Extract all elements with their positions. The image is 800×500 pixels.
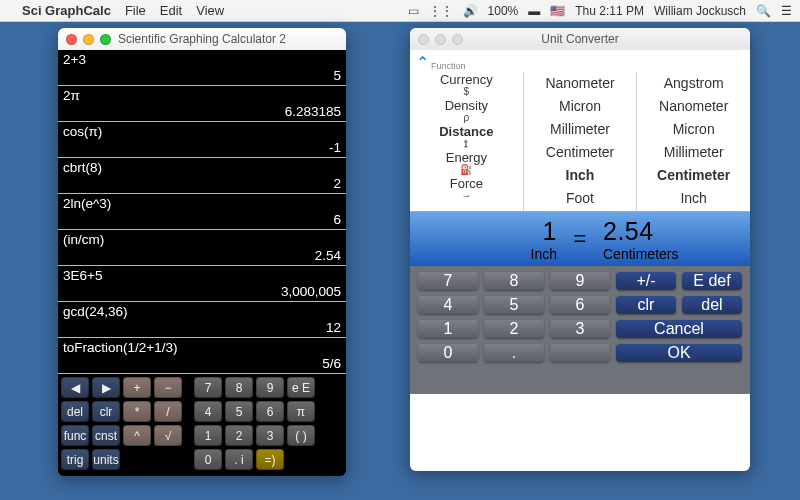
conv-key-7[interactable]: 7 (418, 272, 478, 290)
user-name[interactable]: William Jockusch (654, 4, 746, 18)
conv-key-[interactable]: . (484, 344, 544, 362)
calc-input: 2ln(e^3) (63, 196, 341, 211)
conv-key-3[interactable]: 3 (550, 320, 610, 338)
conv-key-clr[interactable]: clr (616, 296, 676, 314)
conv-key-1[interactable]: 1 (418, 320, 478, 338)
calc-key-i[interactable]: . i (225, 449, 253, 470)
conv-key-edef[interactable]: E def (682, 272, 742, 290)
calc-history-row[interactable]: toFraction(1/2+1/3)5/6 (58, 338, 346, 374)
speaker-icon: 🔊 (463, 4, 478, 18)
conv-key-5[interactable]: 5 (484, 296, 544, 314)
unit-item[interactable]: Foot (524, 187, 637, 210)
conv-key-9[interactable]: 9 (550, 272, 610, 290)
calc-key-[interactable]: ^ (123, 425, 151, 446)
calc-key-[interactable]: π (287, 401, 315, 422)
category-item[interactable]: Energy⛽ (410, 150, 523, 176)
calc-key-func[interactable]: func (61, 425, 89, 446)
calc-key-[interactable]: − (154, 377, 182, 398)
calc-key-0[interactable]: 0 (194, 449, 222, 470)
unit-item[interactable]: Yard (524, 210, 637, 211)
calc-key-ee[interactable]: e E (287, 377, 315, 398)
calc-history-row[interactable]: gcd(24,36)12 (58, 302, 346, 338)
calc-key-[interactable]: ( ) (287, 425, 315, 446)
calc-key-3[interactable]: 3 (256, 425, 284, 446)
calc-key-[interactable]: ◀ (61, 377, 89, 398)
converter-input-box[interactable]: 1 Inch (410, 212, 567, 266)
unit-item[interactable]: Centimeter (637, 164, 750, 187)
calc-key-9[interactable]: 9 (256, 377, 284, 398)
calc-key-[interactable]: * (123, 401, 151, 422)
conv-key-0[interactable]: 0 (418, 344, 478, 362)
calc-history-row[interactable]: cos(π)-1 (58, 122, 346, 158)
menu-file[interactable]: File (125, 3, 146, 18)
calc-keys-num: 789e E456π123( )0. i=) (194, 377, 315, 470)
converter-display: 1 Inch = 2.54 Centimeters (410, 212, 750, 266)
calc-key-1[interactable]: 1 (194, 425, 222, 446)
unit-item[interactable]: Centimeter (524, 141, 637, 164)
unit-item[interactable]: Inch (524, 164, 637, 187)
unit-item[interactable]: Nanometer (637, 95, 750, 118)
calc-key-cnst[interactable]: cnst (92, 425, 120, 446)
unit-item[interactable]: Inch (637, 187, 750, 210)
calc-key-[interactable]: ▶ (92, 377, 120, 398)
calc-history-row[interactable]: (in/cm)2.54 (58, 230, 346, 266)
picker-to-unit[interactable]: AngstromNanometerMicronMillimeterCentime… (636, 72, 750, 211)
calc-key-4[interactable]: 4 (194, 401, 222, 422)
menubar-left: Sci GraphCalc File Edit View (0, 3, 224, 18)
calc-history-row[interactable]: cbrt(8)2 (58, 158, 346, 194)
unit-item[interactable]: Micron (524, 95, 637, 118)
unit-item[interactable]: Nanometer (524, 72, 637, 95)
calc-history-row[interactable]: 2ln(e^3)6 (58, 194, 346, 230)
calc-key-units[interactable]: units (92, 449, 120, 470)
menu-icon[interactable]: ☰ (781, 4, 792, 18)
search-icon[interactable]: 🔍 (756, 4, 771, 18)
conv-key-cancel[interactable]: Cancel (616, 320, 742, 338)
category-item[interactable]: Densityρ (410, 98, 523, 124)
conv-key-blank[interactable] (550, 344, 610, 362)
back-button[interactable]: ⌃ (416, 53, 429, 72)
unit-item[interactable]: Foot (637, 210, 750, 211)
calc-history[interactable]: 2+352π6.283185cos(π)-1cbrt(8)22ln(e^3)6(… (58, 50, 346, 374)
calc-input: cbrt(8) (63, 160, 341, 175)
calc-key-2[interactable]: 2 (225, 425, 253, 446)
calc-key-[interactable]: / (154, 401, 182, 422)
calc-key-clr[interactable]: clr (92, 401, 120, 422)
unit-item[interactable]: Millimeter (637, 141, 750, 164)
calc-history-row[interactable]: 2π6.283185 (58, 86, 346, 122)
conv-key-4[interactable]: 4 (418, 296, 478, 314)
calc-key-[interactable]: √ (154, 425, 182, 446)
conv-key-8[interactable]: 8 (484, 272, 544, 290)
app-name[interactable]: Sci GraphCalc (22, 3, 111, 18)
calc-key-6[interactable]: 6 (256, 401, 284, 422)
conv-key-[interactable]: +/- (616, 272, 676, 290)
unit-item[interactable]: Micron (637, 118, 750, 141)
category-item[interactable]: Force→ (410, 176, 523, 202)
calc-output: -1 (63, 140, 341, 155)
conv-key-ok[interactable]: OK (616, 344, 742, 362)
category-item[interactable]: Currency$ (410, 72, 523, 98)
menu-edit[interactable]: Edit (160, 3, 182, 18)
calc-history-row[interactable]: 3E6+53,000,005 (58, 266, 346, 302)
picker-from-unit[interactable]: NanometerMicronMillimeterCentimeterInchF… (523, 72, 637, 211)
calc-key-[interactable]: + (123, 377, 151, 398)
calc-titlebar[interactable]: Scientific Graphing Calculator 2 (58, 28, 346, 50)
menu-view[interactable]: View (196, 3, 224, 18)
unit-item[interactable]: Millimeter (524, 118, 637, 141)
category-item[interactable]: Distance⟟ (410, 124, 523, 150)
calc-key-5[interactable]: 5 (225, 401, 253, 422)
conv-key-6[interactable]: 6 (550, 296, 610, 314)
converter-titlebar[interactable]: Unit Converter (410, 28, 750, 50)
input-value: 1 (420, 217, 557, 246)
picker-category[interactable]: Currency$DensityρDistance⟟Energy⛽Force→ (410, 72, 523, 211)
calc-key-trig[interactable]: trig (61, 449, 89, 470)
menubar: Sci GraphCalc File Edit View ▭ ⋮⋮ 🔊 100%… (0, 0, 800, 22)
unit-item[interactable]: Angstrom (637, 72, 750, 95)
calc-key-7[interactable]: 7 (194, 377, 222, 398)
calc-key-[interactable]: =) (256, 449, 284, 470)
calc-key-8[interactable]: 8 (225, 377, 253, 398)
conv-key-2[interactable]: 2 (484, 320, 544, 338)
calc-key-del[interactable]: del (61, 401, 89, 422)
conv-key-del[interactable]: del (682, 296, 742, 314)
calc-history-row[interactable]: 2+35 (58, 50, 346, 86)
output-unit: Centimeters (603, 246, 740, 262)
